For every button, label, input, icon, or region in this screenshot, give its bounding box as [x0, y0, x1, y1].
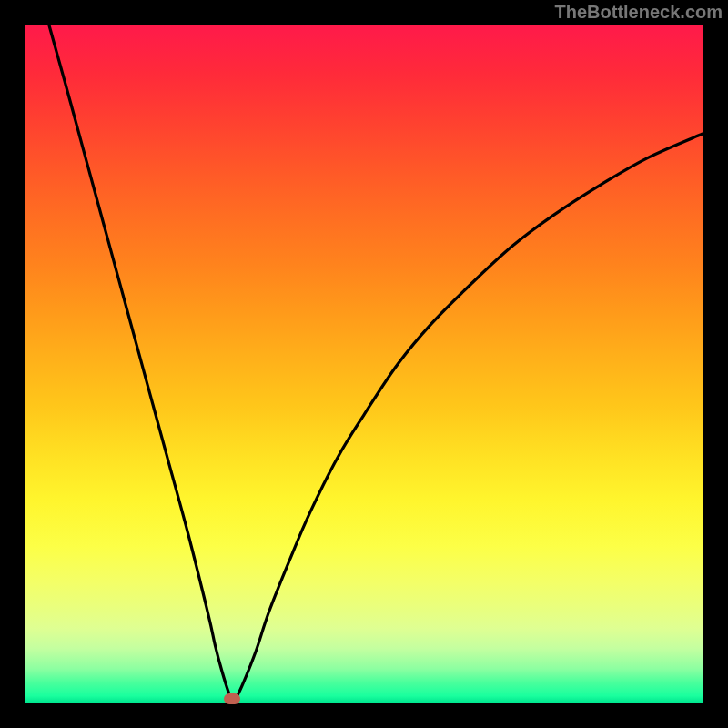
- curve-left-branch: [49, 25, 232, 699]
- minimum-marker: [224, 693, 240, 704]
- curve-svg: [25, 25, 703, 703]
- watermark-text: TheBottleneck.com: [555, 2, 723, 23]
- plot-area: [25, 25, 703, 703]
- chart-container: TheBottleneck.com: [0, 0, 728, 728]
- curve-right-branch: [236, 134, 703, 699]
